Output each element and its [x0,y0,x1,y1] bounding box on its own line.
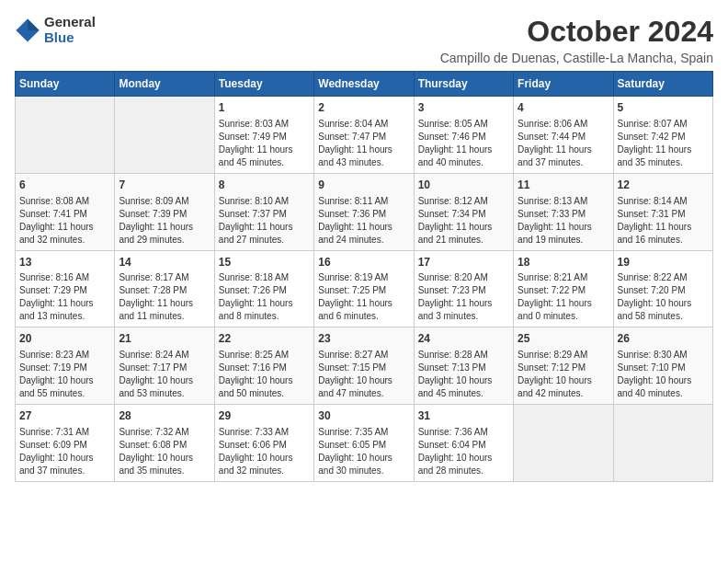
calendar-cell: 3Sunrise: 8:05 AM Sunset: 7:46 PM Daylig… [414,97,513,174]
day-number: 28 [119,408,210,424]
logo-blue: Blue [44,30,96,46]
day-number: 13 [19,255,110,270]
day-info: Sunrise: 8:10 AM Sunset: 7:37 PM Dayligh… [219,195,310,247]
calendar-cell: 22Sunrise: 8:25 AM Sunset: 7:16 PM Dayli… [214,327,313,405]
calendar-cell: 23Sunrise: 8:27 AM Sunset: 7:15 PM Dayli… [314,327,414,405]
calendar-cell: 5Sunrise: 8:07 AM Sunset: 7:42 PM Daylig… [613,97,712,174]
day-info: Sunrise: 7:32 AM Sunset: 6:08 PM Dayligh… [119,426,210,477]
day-number: 6 [19,178,110,193]
calendar-cell: 8Sunrise: 8:10 AM Sunset: 7:37 PM Daylig… [214,173,313,250]
day-number: 20 [19,331,110,347]
day-number: 25 [518,331,609,347]
day-info: Sunrise: 7:35 AM Sunset: 6:05 PM Dayligh… [318,426,409,477]
logo-general: General [44,15,96,30]
day-info: Sunrise: 7:31 AM Sunset: 6:09 PM Dayligh… [19,426,110,477]
calendar-cell: 18Sunrise: 8:21 AM Sunset: 7:22 PM Dayli… [514,250,613,327]
calendar-cell: 24Sunrise: 8:28 AM Sunset: 7:13 PM Dayli… [414,327,513,405]
day-info: Sunrise: 8:08 AM Sunset: 7:41 PM Dayligh… [19,195,110,247]
calendar-cell: 31Sunrise: 7:36 AM Sunset: 6:04 PM Dayli… [414,405,513,482]
logo-text: General Blue [44,15,96,45]
day-number: 18 [518,255,609,270]
header-thursday: Thursday [414,72,513,97]
calendar-cell: 21Sunrise: 8:24 AM Sunset: 7:17 PM Dayli… [115,327,214,405]
day-number: 11 [518,178,609,193]
calendar-cell: 1Sunrise: 8:03 AM Sunset: 7:49 PM Daylig… [214,97,313,174]
logo: General Blue [15,15,96,45]
day-number: 10 [418,178,509,193]
day-info: Sunrise: 8:12 AM Sunset: 7:34 PM Dayligh… [418,195,509,247]
day-info: Sunrise: 8:06 AM Sunset: 7:44 PM Dayligh… [518,118,609,169]
day-number: 7 [119,178,210,193]
calendar-week-row: 20Sunrise: 8:23 AM Sunset: 7:19 PM Dayli… [16,327,713,405]
calendar-cell: 13Sunrise: 8:16 AM Sunset: 7:29 PM Dayli… [16,250,115,327]
header-friday: Friday [514,72,613,97]
logo-icon [15,17,40,43]
calendar-cell: 11Sunrise: 8:13 AM Sunset: 7:33 PM Dayli… [514,173,613,250]
day-number: 3 [418,100,509,116]
day-number: 24 [418,331,509,347]
day-number: 19 [618,255,709,270]
day-info: Sunrise: 8:25 AM Sunset: 7:16 PM Dayligh… [219,349,310,400]
calendar-cell: 28Sunrise: 7:32 AM Sunset: 6:08 PM Dayli… [115,405,214,482]
calendar-cell: 15Sunrise: 8:18 AM Sunset: 7:26 PM Dayli… [214,250,313,327]
day-info: Sunrise: 8:11 AM Sunset: 7:36 PM Dayligh… [318,195,409,247]
day-number: 16 [318,255,409,270]
header-sunday: Sunday [16,72,115,97]
calendar-table: SundayMondayTuesdayWednesdayThursdayFrid… [15,71,713,482]
title-section: October 2024 Campillo de Duenas, Castill… [440,15,713,65]
day-number: 12 [618,178,709,193]
day-info: Sunrise: 8:16 AM Sunset: 7:29 PM Dayligh… [19,271,110,323]
calendar-cell: 19Sunrise: 8:22 AM Sunset: 7:20 PM Dayli… [613,250,712,327]
calendar-cell: 14Sunrise: 8:17 AM Sunset: 7:28 PM Dayli… [115,250,214,327]
day-number: 8 [219,178,310,193]
calendar-cell: 7Sunrise: 8:09 AM Sunset: 7:39 PM Daylig… [115,173,214,250]
day-number: 15 [219,255,310,270]
calendar-cell [514,405,613,482]
day-number: 26 [618,331,709,347]
day-info: Sunrise: 8:30 AM Sunset: 7:10 PM Dayligh… [618,349,709,400]
calendar-header-row: SundayMondayTuesdayWednesdayThursdayFrid… [16,72,713,97]
calendar-cell: 27Sunrise: 7:31 AM Sunset: 6:09 PM Dayli… [16,405,115,482]
day-info: Sunrise: 8:24 AM Sunset: 7:17 PM Dayligh… [119,349,210,400]
location-subtitle: Campillo de Duenas, Castille-La Mancha, … [440,51,713,65]
day-number: 21 [119,331,210,347]
day-info: Sunrise: 8:05 AM Sunset: 7:46 PM Dayligh… [418,118,509,169]
calendar-cell: 29Sunrise: 7:33 AM Sunset: 6:06 PM Dayli… [214,405,313,482]
svg-marker-1 [28,18,40,30]
calendar-cell [613,405,712,482]
calendar-cell: 4Sunrise: 8:06 AM Sunset: 7:44 PM Daylig… [514,97,613,174]
day-number: 31 [418,408,509,424]
calendar-week-row: 6Sunrise: 8:08 AM Sunset: 7:41 PM Daylig… [16,173,713,250]
day-number: 30 [318,408,409,424]
day-info: Sunrise: 8:03 AM Sunset: 7:49 PM Dayligh… [219,118,310,169]
header-wednesday: Wednesday [314,72,414,97]
day-info: Sunrise: 8:18 AM Sunset: 7:26 PM Dayligh… [219,271,310,323]
day-info: Sunrise: 8:07 AM Sunset: 7:42 PM Dayligh… [618,118,709,169]
day-number: 14 [119,255,210,270]
header-tuesday: Tuesday [214,72,313,97]
calendar-week-row: 27Sunrise: 7:31 AM Sunset: 6:09 PM Dayli… [16,405,713,482]
day-number: 1 [219,100,310,116]
day-number: 2 [318,100,409,116]
page-header: General Blue October 2024 Campillo de Du… [15,15,713,65]
day-number: 22 [219,331,310,347]
day-number: 29 [219,408,310,424]
header-monday: Monday [115,72,214,97]
calendar-cell: 25Sunrise: 8:29 AM Sunset: 7:12 PM Dayli… [514,327,613,405]
day-info: Sunrise: 8:09 AM Sunset: 7:39 PM Dayligh… [119,195,210,247]
day-info: Sunrise: 8:28 AM Sunset: 7:13 PM Dayligh… [418,349,509,400]
calendar-cell: 9Sunrise: 8:11 AM Sunset: 7:36 PM Daylig… [314,173,414,250]
calendar-cell: 2Sunrise: 8:04 AM Sunset: 7:47 PM Daylig… [314,97,414,174]
day-number: 17 [418,255,509,270]
calendar-cell: 6Sunrise: 8:08 AM Sunset: 7:41 PM Daylig… [16,173,115,250]
calendar-cell [115,97,214,174]
calendar-cell: 20Sunrise: 8:23 AM Sunset: 7:19 PM Dayli… [16,327,115,405]
day-number: 5 [618,100,709,116]
calendar-cell: 12Sunrise: 8:14 AM Sunset: 7:31 PM Dayli… [613,173,712,250]
day-number: 27 [19,408,110,424]
calendar-cell: 10Sunrise: 8:12 AM Sunset: 7:34 PM Dayli… [414,173,513,250]
day-info: Sunrise: 8:14 AM Sunset: 7:31 PM Dayligh… [618,195,709,247]
day-info: Sunrise: 8:29 AM Sunset: 7:12 PM Dayligh… [518,349,609,400]
day-info: Sunrise: 8:23 AM Sunset: 7:19 PM Dayligh… [19,349,110,400]
day-number: 4 [518,100,609,116]
